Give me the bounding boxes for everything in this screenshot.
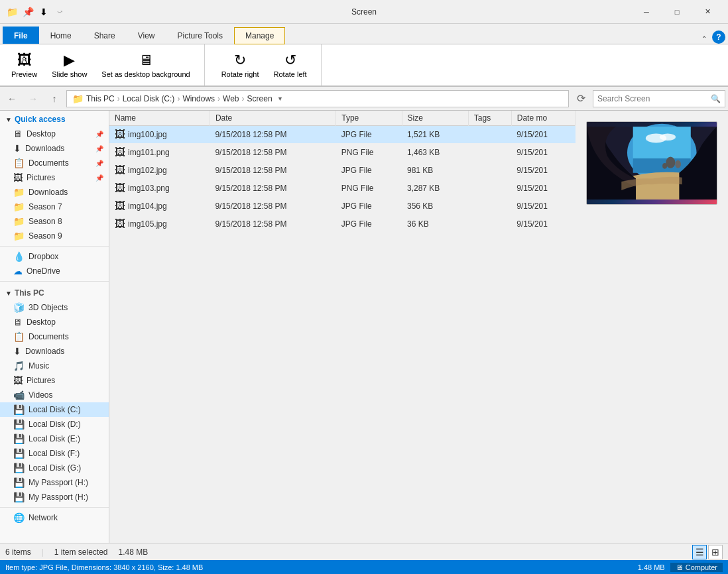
tab-picture-tools[interactable]: Picture Tools xyxy=(166,27,234,44)
file-date: 9/15/2018 12:58 PM xyxy=(210,180,335,198)
file-type-icon: 🖼 xyxy=(115,129,125,141)
up-button[interactable]: ↑ xyxy=(45,89,64,108)
sidebar-item-desktop-qa[interactable]: 🖥 Desktop 📌 xyxy=(0,127,109,141)
rotate-left-icon: ↺ xyxy=(284,52,296,69)
folder-downloads2-icon: 📁 xyxy=(13,187,25,198)
forward-button[interactable]: → xyxy=(24,89,42,108)
sidebar-quick-access-header[interactable]: ▼ Quick access xyxy=(0,111,109,127)
breadcrumb-dropdown-button[interactable]: ▼ xyxy=(275,93,286,104)
col-type[interactable]: Type xyxy=(336,111,402,126)
folder-icon: 📁 xyxy=(5,5,19,19)
sidebar-item-local-disk-g[interactable]: 💾 Local Disk (G:) xyxy=(0,461,109,475)
preview-button[interactable]: 🖼 Preview xyxy=(5,48,43,82)
col-date[interactable]: Date xyxy=(210,111,335,126)
tab-view[interactable]: View xyxy=(127,27,166,44)
sidebar-item-documents[interactable]: 📋 Documents xyxy=(0,329,109,344)
sidebar-item-downloads-qa[interactable]: ⬇ Downloads 📌 xyxy=(0,141,109,156)
down-icon[interactable]: ⬇ xyxy=(37,5,50,19)
large-icons-button[interactable]: ⊞ xyxy=(708,545,723,559)
dropbox-icon: 💧 xyxy=(13,251,25,262)
ribbon: File Home Share View Picture Tools Manag… xyxy=(0,24,728,87)
table-row[interactable]: 🖼 img102.jpg 9/15/2018 12:58 PM JPG File… xyxy=(109,162,576,180)
setasdesktop-button[interactable]: 🖥 Set as desktop background xyxy=(95,48,196,82)
tab-manage[interactable]: Manage xyxy=(234,27,285,44)
search-box[interactable]: 🔍 xyxy=(593,90,725,107)
folder-season8-icon: 📁 xyxy=(13,216,25,227)
sidebar-item-3dobjects[interactable]: 🧊 3D Objects xyxy=(0,300,109,315)
file-tags xyxy=(468,126,511,144)
sidebar-item-season9[interactable]: 📁 Season 9 xyxy=(0,229,109,243)
file-type-icon: 🖼 xyxy=(115,200,125,212)
breadcrumb-local-disk[interactable]: Local Disk (C:) xyxy=(123,94,175,103)
sidebar-item-local-disk-e[interactable]: 💾 Local Disk (E:) xyxy=(0,431,109,446)
file-type: PNG File xyxy=(336,144,402,162)
details-view-button[interactable]: ☰ xyxy=(692,545,707,559)
slideshow-button[interactable]: ▶ Slide show xyxy=(46,48,93,82)
back-button[interactable]: ← xyxy=(3,89,21,108)
ribbon-tabs: File Home Share View Picture Tools Manag… xyxy=(0,24,728,44)
file-tags xyxy=(468,198,511,215)
breadcrumb-windows[interactable]: Windows xyxy=(182,94,215,103)
file-size: 356 KB xyxy=(402,198,468,215)
help-button[interactable]: ? xyxy=(712,30,725,44)
file-tags xyxy=(468,180,511,198)
breadcrumb-folder-icon: 📁 xyxy=(72,93,84,104)
sidebar-item-desktop[interactable]: 🖥 Desktop xyxy=(0,315,109,329)
sidebar-item-local-disk-f[interactable]: 💾 Local Disk (F:) xyxy=(0,446,109,461)
table-row[interactable]: 🖼 img105.jpg 9/15/2018 12:58 PM JPG File… xyxy=(109,215,576,233)
sidebar-item-onedrive[interactable]: ☁ OneDrive xyxy=(0,264,109,278)
table-row[interactable]: 🖼 img100.jpg 9/15/2018 12:58 PM JPG File… xyxy=(109,126,576,144)
breadcrumb-this-pc[interactable]: This PC xyxy=(86,94,115,103)
undo-icon[interactable]: ⤻ xyxy=(53,5,66,19)
table-row[interactable]: 🖼 img101.png 9/15/2018 12:58 PM PNG File… xyxy=(109,144,576,162)
sidebar-item-downloads2-qa[interactable]: 📁 Downloads xyxy=(0,185,109,200)
search-input[interactable] xyxy=(597,94,708,103)
col-size[interactable]: Size xyxy=(402,111,468,126)
sidebar-item-downloads[interactable]: ⬇ Downloads xyxy=(0,344,109,359)
disk-g-icon: 💾 xyxy=(13,463,25,473)
file-type-icon: 🖼 xyxy=(115,218,125,230)
breadcrumb-screen[interactable]: Screen xyxy=(247,94,273,103)
file-name: img101.png xyxy=(128,148,170,157)
sidebar-item-my-passport-h1[interactable]: 💾 My Passport (H:) xyxy=(0,475,109,490)
sidebar-item-dropbox[interactable]: 💧 Dropbox xyxy=(0,249,109,264)
sidebar-item-local-disk-c[interactable]: 💾 Local Disk (C:) xyxy=(0,402,109,417)
rotate-right-icon: ↻ xyxy=(234,52,246,69)
refresh-button[interactable]: ⟳ xyxy=(572,89,590,108)
minimize-button[interactable]: ─ xyxy=(631,0,662,24)
pin-icon[interactable]: 📌 xyxy=(21,5,34,19)
sidebar-item-local-disk-d[interactable]: 💾 Local Disk (D:) xyxy=(0,417,109,431)
sidebar-item-music[interactable]: 🎵 Music xyxy=(0,359,109,373)
table-row[interactable]: 🖼 img103.png 9/15/2018 12:58 PM PNG File… xyxy=(109,180,576,198)
restore-button[interactable]: □ xyxy=(662,0,692,24)
ribbon-collapse-button[interactable]: ⌃ xyxy=(699,33,709,44)
window-controls: ─ □ ✕ xyxy=(631,0,723,24)
col-tags[interactable]: Tags xyxy=(468,111,511,126)
sidebar-item-network[interactable]: 🌐 Network xyxy=(0,510,109,525)
sidebar-item-pictures-qa[interactable]: 🖼 Pictures 📌 xyxy=(0,170,109,185)
info-right-section: 1.48 MB 🖥 Computer xyxy=(638,563,723,572)
close-button[interactable]: ✕ xyxy=(692,0,723,24)
file-name: img105.jpg xyxy=(128,219,167,229)
sidebar-item-pictures[interactable]: 🖼 Pictures xyxy=(0,373,109,388)
tab-home[interactable]: Home xyxy=(39,27,83,44)
sidebar-item-videos[interactable]: 📹 Videos xyxy=(0,388,109,402)
sidebar-item-season7[interactable]: 📁 Season 7 xyxy=(0,200,109,214)
tab-file[interactable]: File xyxy=(3,27,39,44)
breadcrumb-web[interactable]: Web xyxy=(223,94,239,103)
svg-point-6 xyxy=(666,156,675,168)
sidebar-item-my-passport-h2[interactable]: 💾 My Passport (H:) xyxy=(0,490,109,504)
rotate-left-button[interactable]: ↺ Rotate left xyxy=(268,48,313,82)
sidebar-item-documents-qa[interactable]: 📋 Documents 📌 xyxy=(0,156,109,170)
tab-share[interactable]: Share xyxy=(83,27,127,44)
file-type-icon: 🖼 xyxy=(115,146,125,158)
table-row[interactable]: 🖼 img104.jpg 9/15/2018 12:58 PM JPG File… xyxy=(109,198,576,215)
selected-count: 1 item selected xyxy=(54,547,108,557)
sidebar-thispc-header[interactable]: ▼ This PC xyxy=(0,284,109,300)
col-name[interactable]: Name xyxy=(109,111,210,126)
col-datemo[interactable]: Date mo xyxy=(511,111,575,126)
address-box[interactable]: 📁 This PC › Local Disk (C:) › Windows › … xyxy=(66,90,569,107)
svg-point-7 xyxy=(675,160,681,168)
sidebar-item-season8[interactable]: 📁 Season 8 xyxy=(0,214,109,229)
rotate-right-button[interactable]: ↻ Rotate right xyxy=(215,48,265,82)
